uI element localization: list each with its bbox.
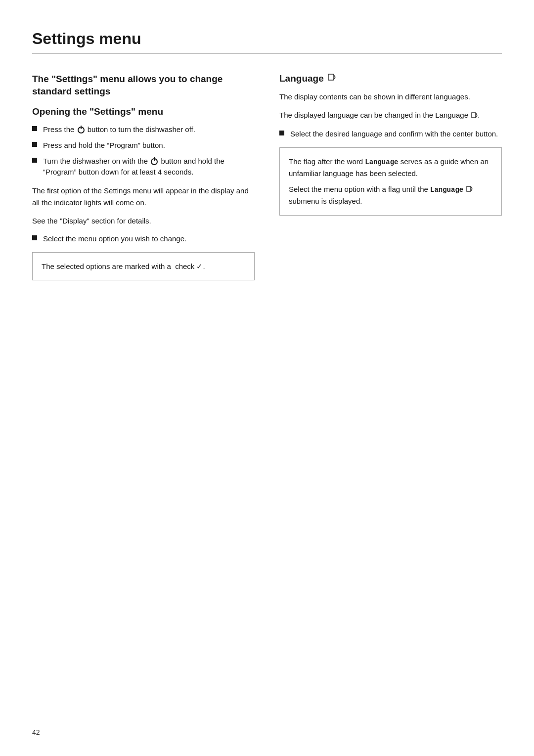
opening-steps-list: Press the button to turn the dishwasher … [32, 124, 255, 177]
language-flag-icon [328, 73, 336, 84]
bullet-icon [32, 235, 37, 240]
svg-rect-6 [467, 186, 471, 191]
language-flag-box [466, 184, 473, 195]
select-option-list: Select the menu option you wish to chang… [32, 233, 255, 244]
language-select-list: Select the desired language and confirm … [279, 129, 502, 139]
language-bold-2: Language [430, 186, 463, 194]
page-title: Settings menu [32, 30, 502, 48]
info-box-line2: Select the menu option with a flag until… [289, 183, 492, 207]
display-section-para: See the "Display" section for details. [32, 215, 255, 226]
power-icon [151, 158, 158, 165]
language-info-box: The flag after the word Language serves … [279, 147, 502, 216]
list-item-text: Select the menu option you wish to chang… [43, 233, 255, 244]
power-icon [78, 127, 85, 133]
language-bold: Language [365, 158, 398, 166]
selected-options-info-box: The selected options are marked with a c… [32, 252, 255, 280]
page-number: 42 [32, 728, 40, 736]
language-flag-inline [471, 110, 478, 122]
list-item: Press and hold the “Program” button. [32, 140, 255, 151]
language-heading-text: Language [279, 73, 324, 84]
display-contents-para: The display contents can be shown in dif… [279, 91, 502, 102]
bullet-icon [32, 126, 37, 131]
first-option-para: The first option of the Settings menu wi… [32, 185, 255, 208]
left-column: The "Settings" menu allows you to change… [32, 73, 255, 287]
title-divider [32, 53, 502, 53]
bullet-icon [32, 158, 37, 163]
list-item: Select the menu option you wish to chang… [32, 233, 255, 244]
list-item: Press the button to turn the dishwasher … [32, 124, 255, 135]
list-item-text: Select the desired language and confirm … [290, 129, 502, 139]
list-item-text: Press the button to turn the dishwasher … [43, 124, 255, 135]
svg-rect-0 [328, 74, 333, 80]
right-column: Language The display contents can be sho… [279, 73, 502, 222]
language-heading: Language [279, 73, 502, 84]
main-content: The "Settings" menu allows you to change… [32, 73, 502, 287]
bullet-icon [279, 131, 284, 135]
list-item: Turn the dishwasher on with the button a… [32, 156, 255, 178]
bullet-icon [32, 142, 37, 147]
list-item: Select the desired language and confirm … [279, 129, 502, 139]
info-box-text: The selected options are marked with a c… [42, 261, 245, 272]
displayed-language-para: The displayed language can be changed in… [279, 109, 502, 122]
list-item-text: Press and hold the “Program” button. [43, 140, 255, 151]
info-box-line1: The flag after the word Language serves … [289, 156, 492, 179]
list-item-text: Turn the dishwasher on with the button a… [43, 156, 255, 178]
open-settings-heading: Opening the "Settings" menu [32, 106, 255, 117]
main-heading: The "Settings" menu allows you to change… [32, 73, 255, 97]
svg-rect-3 [472, 113, 476, 118]
